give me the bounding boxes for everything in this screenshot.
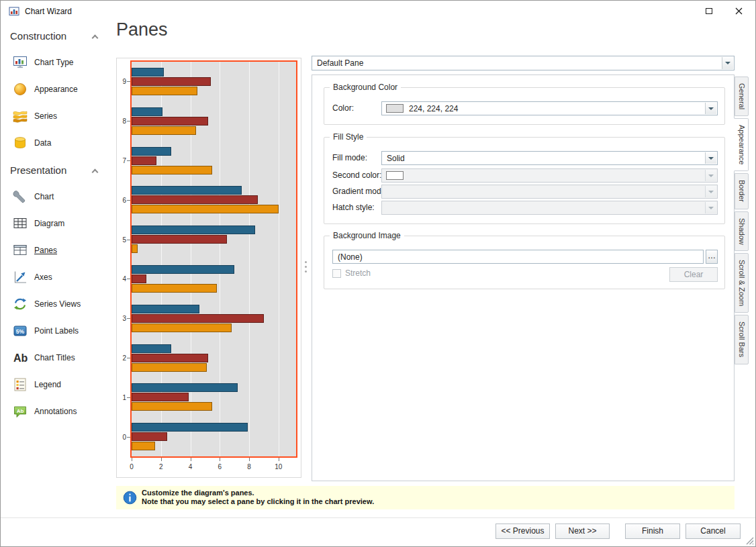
bar-series-red[interactable]: [132, 156, 156, 165]
color-label: Color:: [332, 103, 354, 113]
close-button[interactable]: [724, 1, 754, 21]
legend-icon: [11, 376, 29, 393]
chevron-up-icon: [92, 35, 99, 42]
bar-series-orange[interactable]: [132, 205, 279, 213]
bar-series-orange[interactable]: [132, 402, 212, 411]
background-image-dropdown[interactable]: (None): [332, 250, 704, 264]
footer-divider: [1, 517, 755, 518]
svg-text:Ab: Ab: [17, 408, 24, 414]
y-axis-label: 6: [122, 196, 126, 203]
bar-series-orange[interactable]: [132, 244, 138, 253]
fill-mode-dropdown[interactable]: Solid: [381, 151, 718, 165]
sidebar-item-series-views[interactable]: Series Views: [1, 291, 113, 317]
bar-series-orange[interactable]: [132, 324, 232, 332]
bar-series-blue[interactable]: [132, 344, 171, 353]
sidebar-item-data[interactable]: Data: [1, 130, 113, 156]
tab-shadow[interactable]: Shadow: [735, 211, 749, 252]
title-bar: Chart Wizard: [1, 1, 755, 22]
hint-line-2: Note that you may select a pane by click…: [142, 497, 374, 505]
bar-series-blue[interactable]: [132, 305, 199, 313]
bar-series-blue[interactable]: [132, 226, 255, 234]
bar-series-blue[interactable]: [132, 68, 164, 77]
close-icon: [735, 7, 743, 15]
fill-mode-value: Solid: [387, 154, 405, 163]
default-pane[interactable]: [130, 60, 297, 458]
sidebar-item-chart[interactable]: Chart: [1, 183, 113, 210]
bar-series-orange[interactable]: [132, 284, 217, 293]
tab-border[interactable]: Border: [735, 173, 749, 209]
bar-series-blue[interactable]: [132, 265, 234, 274]
bar-series-orange[interactable]: [132, 363, 207, 372]
window-title: Chart Wizard: [25, 7, 72, 16]
chart-preview[interactable]: 9876543210 0246810: [116, 58, 301, 478]
tab-general[interactable]: General: [735, 77, 749, 116]
bar-series-blue[interactable]: [132, 383, 238, 392]
sidebar-item-panes[interactable]: Panes: [1, 237, 113, 264]
bar-series-red[interactable]: [132, 235, 227, 244]
sidebar-item-label: Axes: [34, 272, 52, 282]
bar-series-orange[interactable]: [132, 87, 197, 95]
bar-series-orange[interactable]: [132, 442, 155, 450]
previous-button[interactable]: << Previous: [495, 524, 550, 539]
fill-style-group-title: Fill Style: [330, 132, 367, 142]
sidebar: Construction Chart Type: [1, 22, 113, 516]
sidebar-item-label: Series: [34, 111, 57, 121]
dropdown-arrow-icon[interactable]: [705, 103, 716, 114]
maximize-button[interactable]: [694, 1, 724, 21]
sidebar-item-point-labels[interactable]: 5% Point Labels: [1, 317, 113, 344]
pane-selector-dropdown[interactable]: Default Pane: [312, 56, 735, 70]
sidebar-item-label: Legend: [34, 380, 61, 389]
splitter-handle[interactable]: [304, 261, 308, 276]
diagram-icon: [11, 215, 29, 232]
x-axis-label: 8: [247, 463, 251, 470]
bar-series-orange[interactable]: [132, 126, 196, 135]
finish-button[interactable]: Finish: [625, 524, 680, 539]
y-axis-label: 8: [122, 117, 126, 125]
bar-series-blue[interactable]: [132, 186, 242, 195]
bar-series-red[interactable]: [132, 195, 258, 204]
dropdown-arrow-icon[interactable]: [705, 152, 716, 164]
tab-appearance[interactable]: Appearance: [734, 118, 749, 171]
svg-text:5%: 5%: [16, 328, 25, 335]
y-axis-label: 7: [122, 157, 126, 164]
tab-scroll-bars[interactable]: Scroll Bars: [735, 315, 749, 364]
sidebar-item-legend[interactable]: Legend: [1, 371, 113, 398]
hatch-style-label: Hatch style:: [332, 203, 375, 212]
settings-tab-strip: General Appearance Border Shadow Scroll …: [735, 77, 751, 366]
bar-series-red[interactable]: [132, 275, 146, 283]
bar-series-red[interactable]: [132, 117, 208, 126]
sidebar-item-series[interactable]: Series: [1, 103, 113, 130]
sidebar-item-chart-titles[interactable]: Ab Chart Titles: [1, 344, 113, 371]
cancel-button[interactable]: Cancel: [686, 524, 741, 539]
bar-series-red[interactable]: [132, 77, 211, 86]
tab-scroll-zoom[interactable]: Scroll & Zoom: [735, 253, 749, 313]
section-construction[interactable]: Construction: [10, 30, 107, 46]
stretch-checkbox: [332, 269, 341, 278]
stretch-label: Stretch: [345, 268, 371, 278]
browse-button[interactable]: …: [706, 250, 718, 264]
sidebar-item-annotations[interactable]: Ab Annotations: [1, 398, 113, 425]
sidebar-item-appearance[interactable]: Appearance: [1, 76, 113, 103]
chart-wizard-window: Chart Wizard Construction: [0, 0, 756, 547]
bar-series-red[interactable]: [132, 354, 208, 362]
sidebar-item-chart-type[interactable]: Chart Type: [1, 49, 113, 76]
section-presentation[interactable]: Presentation: [10, 164, 107, 181]
bar-series-blue[interactable]: [132, 107, 162, 116]
bar-series-red[interactable]: [132, 432, 167, 441]
y-axis-label: 9: [122, 78, 126, 85]
chart-titles-icon: Ab: [11, 349, 29, 366]
bar-series-blue[interactable]: [132, 147, 171, 156]
sidebar-item-axes[interactable]: Axes: [1, 264, 113, 291]
background-image-group: Background Image (None) … Stretch Clear: [324, 236, 725, 289]
bar-series-red[interactable]: [132, 393, 189, 401]
sidebar-item-label: Annotations: [34, 407, 77, 416]
y-axis-label: 2: [122, 354, 126, 362]
sidebar-item-diagram[interactable]: Diagram: [1, 210, 113, 237]
bar-series-red[interactable]: [132, 314, 264, 323]
next-button[interactable]: Next >>: [555, 524, 610, 539]
bar-series-blue[interactable]: [132, 423, 248, 432]
resize-grip-icon[interactable]: [745, 536, 754, 545]
bar-series-orange[interactable]: [132, 166, 212, 175]
background-color-dropdown[interactable]: 224, 224, 224: [381, 101, 718, 115]
dropdown-arrow-icon[interactable]: [722, 57, 733, 69]
